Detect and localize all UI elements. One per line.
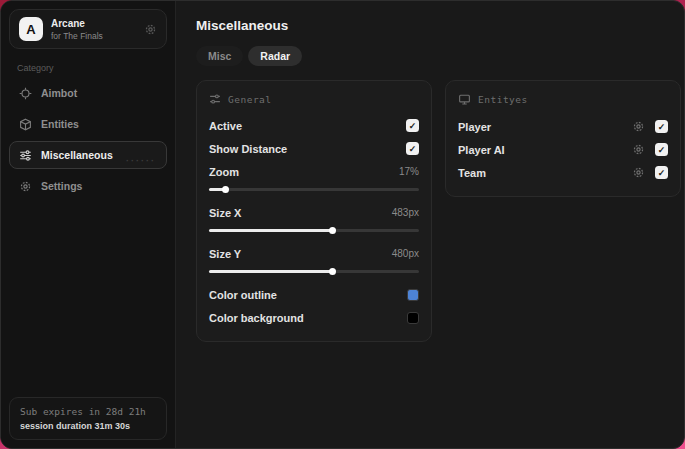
gear-icon[interactable]	[144, 23, 157, 36]
sidebar-item-label: Entities	[41, 118, 79, 130]
general-panel-title: General	[228, 94, 272, 105]
gear-icon[interactable]	[632, 166, 645, 179]
entity-controls: ✓	[632, 143, 668, 156]
entities-panel: Entityes Player ✓ Player AI	[445, 80, 681, 197]
slider-track	[209, 188, 419, 191]
setting-label: Show Distance	[209, 143, 287, 155]
gear-icon	[19, 180, 32, 193]
main-content: Miscellaneous Misc Radar General	[176, 1, 685, 448]
entities-panel-header: Entityes	[458, 93, 668, 106]
setting-label: Size Y	[209, 248, 241, 260]
size-x-value: 483px	[392, 207, 419, 218]
app-window: A Arcane for The Finals Category Aimbot	[0, 0, 685, 449]
active-checkbox[interactable]: ✓	[406, 119, 419, 132]
setting-row-color-background: Color background	[209, 306, 419, 329]
entity-row-player-ai: Player AI ✓	[458, 138, 668, 161]
setting-row-zoom: Zoom 17%	[209, 160, 419, 183]
page-title: Miscellaneous	[196, 18, 681, 33]
decorative-dots: ······	[126, 156, 156, 166]
app-header-card: A Arcane for The Finals	[9, 9, 167, 49]
entities-icon	[19, 118, 32, 131]
app-titles: Arcane for The Finals	[51, 18, 103, 41]
setting-label: Size X	[209, 207, 241, 219]
subscription-info-card: Sub expires in 28d 21h session duration …	[9, 397, 167, 440]
sidebar-item-miscellaneous[interactable]: Miscellaneous ······	[9, 141, 167, 169]
slider-fill	[209, 270, 333, 273]
color-background-swatch[interactable]	[407, 312, 419, 324]
team-checkbox[interactable]: ✓	[655, 166, 668, 179]
size-y-slider[interactable]	[209, 267, 419, 276]
setting-label: Zoom	[209, 166, 239, 178]
slider-fill	[209, 188, 226, 191]
general-panel: General Active ✓ Show Distance ✓ Zoom 17…	[196, 80, 432, 342]
setting-row-show-distance: Show Distance ✓	[209, 137, 419, 160]
gear-icon[interactable]	[632, 120, 645, 133]
sidebar-item-settings[interactable]: Settings	[9, 172, 167, 200]
setting-label: Active	[209, 120, 242, 132]
sub-expires-text: Sub expires in 28d 21h	[20, 406, 156, 417]
sidebar: A Arcane for The Finals Category Aimbot	[1, 1, 176, 448]
category-label: Category	[17, 63, 175, 73]
sidebar-item-label: Aimbot	[41, 87, 77, 99]
sidebar-item-aimbot[interactable]: Aimbot	[9, 79, 167, 107]
zoom-value: 17%	[399, 166, 419, 177]
app-subtitle: for The Finals	[51, 31, 103, 41]
size-y-value: 480px	[392, 248, 419, 259]
slider-fill	[209, 229, 333, 232]
entity-row-team: Team ✓	[458, 161, 668, 184]
entity-label: Player	[458, 121, 491, 133]
entity-row-player: Player ✓	[458, 115, 668, 138]
player-ai-checkbox[interactable]: ✓	[655, 143, 668, 156]
session-duration-text: session duration 31m 30s	[20, 421, 156, 431]
app-name: Arcane	[51, 18, 103, 29]
player-checkbox[interactable]: ✓	[655, 120, 668, 133]
show-distance-checkbox[interactable]: ✓	[406, 142, 419, 155]
sliders-icon	[19, 149, 32, 162]
app-logo: A	[19, 17, 43, 41]
color-outline-swatch[interactable]	[407, 289, 419, 301]
setting-label: Color background	[209, 312, 304, 324]
entities-panel-title: Entityes	[478, 94, 528, 105]
sliders-icon	[209, 93, 221, 105]
setting-row-color-outline: Color outline	[209, 283, 419, 306]
tab-bar: Misc Radar	[196, 46, 681, 66]
zoom-slider[interactable]	[209, 185, 419, 194]
sidebar-item-label: Miscellaneous	[41, 149, 113, 161]
tab-radar[interactable]: Radar	[248, 46, 302, 66]
entity-controls: ✓	[632, 166, 668, 179]
sidebar-item-label: Settings	[41, 180, 82, 192]
crosshair-icon	[19, 87, 32, 100]
general-panel-header: General	[209, 93, 419, 105]
entity-label: Player AI	[458, 144, 505, 156]
gear-icon[interactable]	[632, 143, 645, 156]
sidebar-item-entities[interactable]: Entities	[9, 110, 167, 138]
size-x-slider[interactable]	[209, 226, 419, 235]
setting-label: Color outline	[209, 289, 277, 301]
entity-controls: ✓	[632, 120, 668, 133]
entity-label: Team	[458, 167, 486, 179]
panels-row: General Active ✓ Show Distance ✓ Zoom 17…	[196, 80, 681, 342]
setting-row-active: Active ✓	[209, 114, 419, 137]
tab-misc[interactable]: Misc	[196, 46, 243, 66]
setting-row-size-x: Size X 483px	[209, 201, 419, 224]
setting-row-size-y: Size Y 480px	[209, 242, 419, 265]
monitor-icon	[458, 93, 471, 106]
